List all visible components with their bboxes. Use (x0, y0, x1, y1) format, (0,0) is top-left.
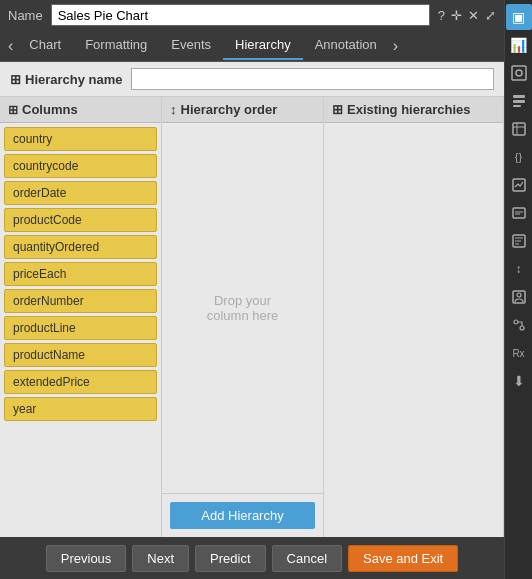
columns-grid-icon: ⊞ (8, 103, 18, 117)
svg-rect-5 (513, 123, 525, 135)
hierarchy-order-icon: ↕ (170, 102, 177, 117)
svg-point-12 (520, 326, 524, 330)
sidebar-icon-12[interactable]: Rx (506, 340, 532, 366)
list-item[interactable]: priceEach (4, 262, 157, 286)
svg-point-1 (516, 70, 522, 76)
sidebar-icon-3[interactable] (506, 88, 532, 114)
tab-events[interactable]: Events (159, 31, 223, 60)
svg-rect-7 (513, 208, 525, 218)
help-icon[interactable]: ? (438, 8, 445, 23)
tab-formatting[interactable]: Formatting (73, 31, 159, 60)
sidebar-icon-9[interactable]: ↕ (506, 256, 532, 282)
hierarchy-order-panel: ↕ Hierarchy order Drop yourcolumn here A… (162, 97, 324, 537)
predict-button[interactable]: Predict (195, 545, 265, 572)
svg-rect-3 (513, 100, 525, 103)
sidebar-icon-7[interactable] (506, 200, 532, 226)
sidebar-icon-2[interactable] (506, 60, 532, 86)
hierarchy-name-label: ⊞ Hierarchy name (10, 72, 123, 87)
list-item[interactable]: countrycode (4, 154, 157, 178)
svg-rect-2 (513, 95, 525, 98)
tab-next-button[interactable]: › (389, 37, 402, 55)
drop-zone[interactable]: Drop yourcolumn here (162, 123, 323, 493)
list-item[interactable]: country (4, 127, 157, 151)
hierarchy-order-header: ↕ Hierarchy order (162, 97, 323, 123)
name-input[interactable] (51, 4, 430, 26)
hierarchy-name-input[interactable] (131, 68, 494, 90)
columns-area: ⊞ Columns country countrycode orderDate … (0, 97, 504, 537)
hierarchy-icon: ⊞ (10, 72, 21, 87)
expand-icon[interactable]: ⤢ (485, 8, 496, 23)
main-container: Name ? ✛ ✕ ⤢ ‹ Chart Formatting Events H… (0, 0, 532, 579)
save-exit-button[interactable]: Save and Exit (348, 545, 458, 572)
list-item[interactable]: productLine (4, 316, 157, 340)
sidebar-icon-6[interactable] (506, 172, 532, 198)
previous-button[interactable]: Previous (46, 545, 127, 572)
add-hierarchy-bar: Add Hierarchy (162, 493, 323, 537)
add-hierarchy-button[interactable]: Add Hierarchy (170, 502, 315, 529)
existing-icon: ⊞ (332, 102, 343, 117)
sidebar-icon-10[interactable] (506, 284, 532, 310)
title-bar: Name ? ✛ ✕ ⤢ (0, 0, 504, 30)
columns-list: country countrycode orderDate productCod… (0, 123, 161, 537)
columns-header: ⊞ Columns (0, 97, 161, 123)
existing-hierarchies-panel: ⊞ Existing hierarchies (324, 97, 504, 537)
svg-point-10 (517, 293, 521, 297)
tab-annotation[interactable]: Annotation (303, 31, 389, 60)
svg-rect-4 (513, 105, 521, 107)
list-item[interactable]: extendedPrice (4, 370, 157, 394)
tab-hierarchy[interactable]: Hierarchy (223, 31, 303, 60)
list-item[interactable]: year (4, 397, 157, 421)
hierarchy-name-row: ⊞ Hierarchy name (0, 62, 504, 97)
sidebar-icon-11[interactable] (506, 312, 532, 338)
tab-chart[interactable]: Chart (17, 31, 73, 60)
move-icon[interactable]: ✛ (451, 8, 462, 23)
svg-point-11 (514, 320, 518, 324)
sidebar-icon-5[interactable]: {} (506, 144, 532, 170)
close-icon[interactable]: ✕ (468, 8, 479, 23)
tab-prev-button[interactable]: ‹ (4, 37, 17, 55)
sidebar-icon-4[interactable] (506, 116, 532, 142)
existing-hierarchies-header: ⊞ Existing hierarchies (324, 97, 503, 123)
list-item[interactable]: productCode (4, 208, 157, 232)
title-icons: ? ✛ ✕ ⤢ (438, 8, 496, 23)
columns-panel: ⊞ Columns country countrycode orderDate … (0, 97, 162, 537)
next-button[interactable]: Next (132, 545, 189, 572)
name-label: Name (8, 8, 43, 23)
sidebar-icon-1[interactable]: 📊 (506, 32, 532, 58)
sidebar-icon-0[interactable]: ▣ (506, 4, 532, 30)
existing-hierarchies-list (324, 123, 503, 537)
list-item[interactable]: quantityOrdered (4, 235, 157, 259)
list-item[interactable]: orderNumber (4, 289, 157, 313)
sidebar-icon-8[interactable] (506, 228, 532, 254)
list-item[interactable]: orderDate (4, 181, 157, 205)
hierarchy-panel: ⊞ Hierarchy name ⊞ Columns country count… (0, 62, 504, 537)
content-area: Name ? ✛ ✕ ⤢ ‹ Chart Formatting Events H… (0, 0, 504, 579)
right-sidebar: ▣ 📊 {} (504, 0, 532, 579)
cancel-button[interactable]: Cancel (272, 545, 342, 572)
svg-rect-0 (512, 66, 526, 80)
tabs-bar: ‹ Chart Formatting Events Hierarchy Anno… (0, 30, 504, 62)
footer: Previous Next Predict Cancel Save and Ex… (0, 537, 504, 579)
sidebar-icon-13[interactable]: ⬇ (506, 368, 532, 394)
list-item[interactable]: productName (4, 343, 157, 367)
